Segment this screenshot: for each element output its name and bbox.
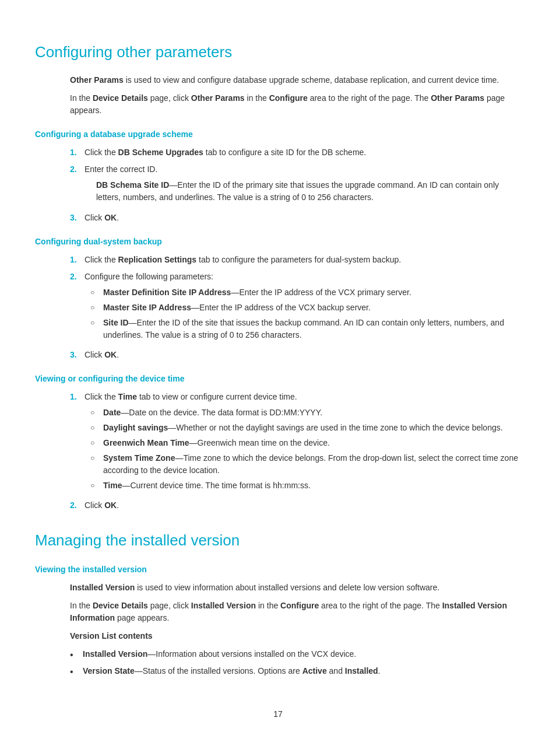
step-2-db-indent: DB Schema Site ID—Enter the ID of the pr… [96,179,521,204]
subsection-title-device-time: Viewing or configuring the device time [35,373,521,385]
version-list-contents-title: Version List contents [70,630,521,642]
bullet-time: Time—Current device time. The time forma… [90,480,521,492]
bullet-master-def: Master Definition Site IP Address—Enter … [90,286,521,299]
step-2-time: Click OK. [70,499,521,512]
bullet-installed-version: Installed Version—Information about vers… [70,648,521,662]
bullet-master-site-text: Master Site IP Address—Enter the IP addr… [103,302,371,314]
bullet-time-text: Time—Current device time. The time forma… [103,480,311,492]
step-1-db-text: Click the DB Scheme Upgrades tab to conf… [85,146,521,159]
step-3-dual: Click OK. [70,349,521,361]
installed-version-intro-2: In the Device Details page, click Instal… [70,600,521,624]
bullet-daylight: Daylight savings—Whether or not the dayl… [90,422,521,434]
step-1-time: Click the Time tab to view or configure … [70,391,521,495]
bullet-date: Date—Date on the device. The data format… [90,407,521,419]
version-list-bullets: Installed Version—Information about vers… [70,648,521,679]
step-1-dual-text: Click the Replication Settings tab to co… [85,254,521,266]
intro-text-1: Other Params is used to view and configu… [70,74,521,86]
step-2-db: Enter the correct ID. DB Schema Site ID—… [70,163,521,207]
step-1-dual: Click the Replication Settings tab to co… [70,254,521,266]
step-3-db: Click OK. [70,212,521,224]
step-2-db-text: Enter the correct ID. DB Schema Site ID—… [85,163,521,207]
bullet-system-tz-text: System Time Zone—Time zone to which the … [103,452,521,477]
step-2-time-text: Click OK. [85,499,521,512]
section-title-configuring: Configuring other parameters [35,41,521,64]
dual-system-bullets: Master Definition Site IP Address—Enter … [90,286,521,341]
subsection-title-dual-system: Configuring dual-system backup [35,236,521,248]
db-upgrade-steps: Click the DB Scheme Upgrades tab to conf… [70,146,521,224]
bullet-master-def-text: Master Definition Site IP Address—Enter … [103,286,411,299]
bullet-system-tz: System Time Zone—Time zone to which the … [90,452,521,477]
step-2-dual: Configure the following parameters: Mast… [70,271,521,344]
bullet-site-id-text: Site ID—Enter the ID of the site that is… [103,317,521,341]
step-3-dual-text: Click OK. [85,349,521,361]
bullet-date-text: Date—Date on the device. The data format… [103,407,322,419]
bullet-version-state: Version State—Status of the installed ve… [70,665,521,679]
bullet-version-state-text: Version State—Status of the installed ve… [83,665,381,677]
subsection-title-db-upgrade: Configuring a database upgrade scheme [35,128,521,141]
device-time-bullets: Date—Date on the device. The data format… [90,407,521,492]
bullet-master-site: Master Site IP Address—Enter the IP addr… [90,302,521,314]
step-1-db: Click the DB Scheme Upgrades tab to conf… [70,146,521,159]
step-1-time-content: Click the Time tab to view or configure … [85,391,521,495]
dual-system-steps: Click the Replication Settings tab to co… [70,254,521,361]
bullet-daylight-text: Daylight savings—Whether or not the dayl… [103,422,503,434]
step-2-dual-content: Configure the following parameters: Mast… [85,271,521,344]
device-time-steps: Click the Time tab to view or configure … [70,391,521,512]
page-number: 17 [35,708,521,720]
section-title-managing: Managing the installed version [35,529,521,552]
bullet-site-id: Site ID—Enter the ID of the site that is… [90,317,521,341]
installed-version-intro-1: Installed Version is used to view inform… [70,582,521,594]
bullet-installed-version-text: Installed Version—Information about vers… [83,648,356,660]
bullet-greenwich: Greenwich Mean Time—Greenwich mean time … [90,437,521,449]
bullet-greenwich-text: Greenwich Mean Time—Greenwich mean time … [103,437,330,449]
intro-text-2: In the Device Details page, click Other … [70,92,521,117]
step-3-db-text: Click OK. [85,212,521,224]
subsection-title-installed-version: Viewing the installed version [35,564,521,576]
